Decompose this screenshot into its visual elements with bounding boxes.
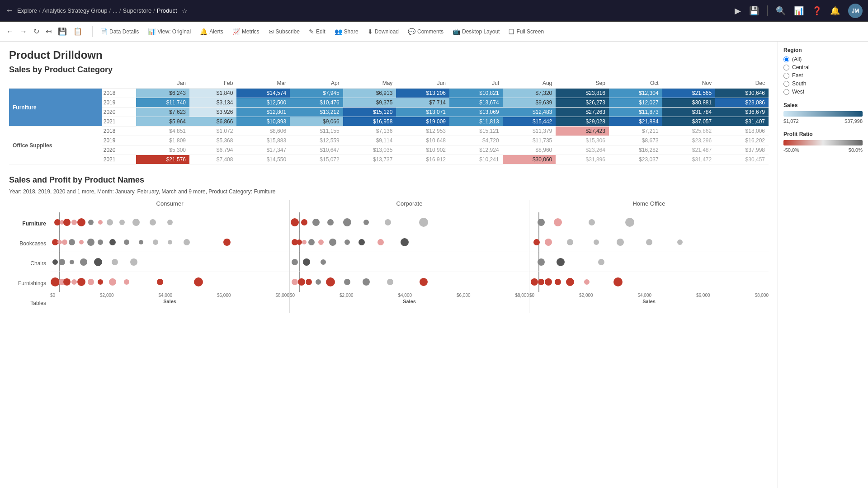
sales-table: Jan Feb Mar Apr May Jun Jul Aug Sep Oct … [9,78,769,164]
full-screen-btn[interactable]: ❏ Full Screen [505,26,547,37]
share-icon: 👥 [335,28,342,35]
region-filter-label: Region [783,47,863,53]
user-avatar[interactable]: JM [848,4,863,18]
download-btn[interactable]: ⬇ Download [364,26,402,37]
region-south[interactable]: South [783,80,863,87]
consumer-panel: Consumer [50,200,290,313]
corporate-x-label: Sales [290,299,529,304]
consumer-header: Consumer [50,200,289,209]
year-2021: 2021 [102,117,137,127]
office-label: Office Supplies [9,127,102,164]
table-row: 2019 $1,809 $5,368 $15,883 $12,559 $9,11… [9,136,769,145]
nav-icons: ▶ 💾 🔍 📊 ❓ 🔔 JM [735,4,863,18]
year-2019: 2019 [102,98,137,108]
home-office-panel: Home Office [529,200,769,313]
table-row: 2019 $11,740 $3,134 $12,500 $10,476 $9,3… [9,98,769,108]
metrics-icon: 📈 [232,28,240,35]
region-central[interactable]: Central [783,64,863,70]
scatter-row-chairs-consumer [50,232,289,252]
col-jan: Jan [136,78,189,89]
help-icon[interactable]: ❓ [812,6,822,16]
nav-back-icon[interactable]: ← [5,6,14,15]
sales-legend-labels: $1,072 $37,998 [783,118,863,124]
table-header-cat [9,78,136,89]
table-row: 2021 $5,964 $6,866 $10,893 $9,066 $16,95… [9,117,769,127]
profit-gradient [783,140,863,145]
subscribe-btn[interactable]: ✉ Subscribe [265,26,303,37]
comments-icon: 💬 [408,28,415,35]
breadcrumb-superstore[interactable]: Superstore [123,7,152,14]
year-2018: 2018 [102,89,137,98]
scatter-row-tables-corporate [290,272,529,292]
comments-btn[interactable]: 💬 Comments [404,26,447,37]
data-details-icon: 📄 [100,28,108,35]
region-all[interactable]: (All) [783,56,863,62]
breadcrumb: Explore / Analytics Strategy Group / ...… [17,7,735,14]
year-2018-off: 2018 [102,127,137,136]
table-row: 2020 $7,623 $3,926 $12,801 $13,212 $15,1… [9,108,769,117]
sales-legend-label: Sales [783,102,863,108]
table-row: Furniture 2018 $6,243 $1,840 $14,574 $7,… [9,89,769,98]
save-icon[interactable]: 💾 [749,6,759,16]
scatter-y-labels: Furniture Bookcases Chairs Furnishings T… [9,200,50,313]
toolbar-fwd-btn[interactable]: → [17,26,30,38]
col-jun: Jun [396,78,449,89]
profit-min: -50.0% [783,147,799,153]
toolbar-home-btn[interactable]: ↤ [43,25,54,38]
alerts-btn[interactable]: 🔔 Alerts [196,26,227,37]
region-radio-group: (All) Central East South West [783,56,863,95]
edit-btn[interactable]: ✎ Edit [305,26,329,37]
sidebar-panel: Region (All) Central East South West Sal… [778,42,868,488]
scatter-row-bookcases-corporate [290,212,529,232]
search-icon[interactable]: 🔍 [776,6,786,16]
col-sep: Sep [556,78,609,89]
homeoffice-x-label: Sales [529,299,769,304]
toolbar: ← → ↻ ↤ 💾 📋 📄 Data Details 📊 View: Origi… [0,22,868,42]
region-east[interactable]: East [783,72,863,79]
profit-legend-labels: -50.0% 50.0% [783,147,863,153]
table-row: 2020 $5,300 $6,794 $17,347 $10,647 $13,0… [9,145,769,155]
toolbar-share-view-btn[interactable]: 📋 [71,25,85,38]
top-nav-bar: ← Explore / Analytics Strategy Group / .… [0,0,868,22]
table-row: 2021 $21,576 $7,408 $14,550 $15,072 $13,… [9,155,769,164]
sales-gradient [783,111,863,117]
table-section-title: Sales by Product Category [9,65,769,75]
tablet-icon[interactable]: ▶ [735,6,741,16]
breadcrumb-product: Product [157,7,177,14]
notification-icon[interactable]: 🔔 [830,6,840,16]
desktop-layout-btn[interactable]: 📺 Desktop Layout [449,26,503,37]
toolbar-sep-1 [92,26,93,37]
scatter-row-chairs-corporate [290,232,529,252]
col-jul: Jul [449,78,503,89]
data-details-btn[interactable]: 📄 Data Details [96,26,142,37]
furniture-label: Furniture [9,89,102,127]
home-office-header: Home Office [529,200,769,209]
scatter-section-title: Sales and Profit by Product Names [9,175,769,185]
scatter-filter: Year: 2018, 2019, 2020 and 1 more, Month… [9,188,769,195]
col-dec: Dec [715,78,769,89]
breadcrumb-explore[interactable]: Explore [17,7,37,14]
sales-max: $37,998 [844,118,863,124]
region-west[interactable]: West [783,89,863,95]
col-feb: Feb [189,78,236,89]
homeoffice-x-axis: $0$2,000$4,000$6,000$8,000 [529,292,769,298]
toolbar-nav: ← → ↻ ↤ 💾 📋 [4,25,85,38]
metrics-btn[interactable]: 📈 Metrics [229,26,263,37]
table-row: Office Supplies 2018 $4,851 $1,072 $8,60… [9,127,769,136]
toolbar-back-btn[interactable]: ← [4,26,16,38]
share-btn[interactable]: 👥 Share [331,26,362,37]
scatter-row-chairs-homeoffice [529,232,769,252]
scatter-container: Furniture Bookcases Chairs Furnishings T… [9,200,769,313]
year-2021-off: 2021 [102,155,137,164]
furniture-row-label: Furniture [9,214,50,234]
toolbar-reload-btn[interactable]: ↻ [31,25,42,38]
scatter-row-bookcases-homeoffice [529,212,769,232]
col-may: May [343,78,396,89]
year-2019-off: 2019 [102,136,137,145]
toolbar-save-view-btn[interactable]: 💾 [55,25,70,38]
chart-icon[interactable]: 📊 [794,6,804,16]
favorite-icon[interactable]: ☆ [182,7,188,14]
view-original-btn[interactable]: 📊 View: Original [144,26,194,37]
profit-legend-label: Profit Ratio [783,131,863,137]
breadcrumb-analytics[interactable]: Analytics Strategy Group [42,7,108,14]
